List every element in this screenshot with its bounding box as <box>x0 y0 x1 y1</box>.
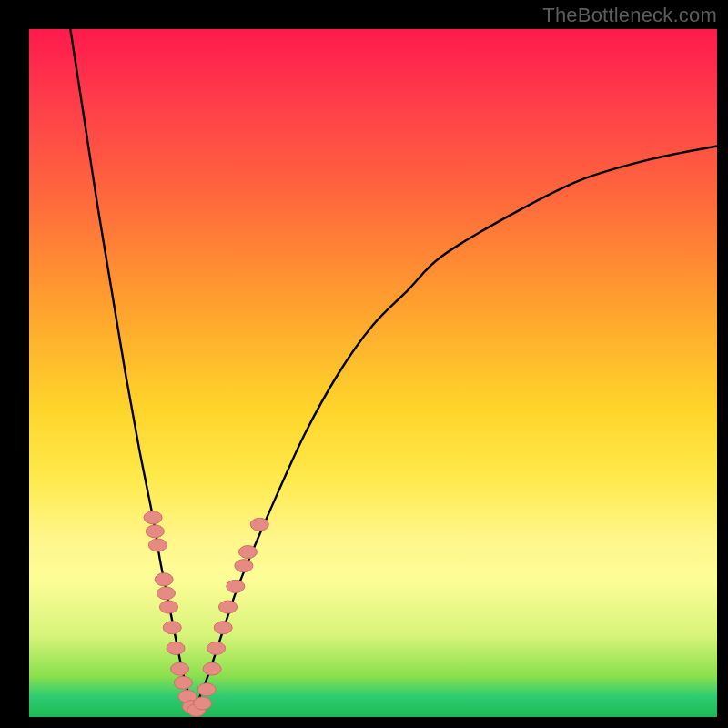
data-marker <box>203 662 221 675</box>
chart-svg <box>29 29 717 717</box>
data-marker <box>207 642 226 654</box>
data-marker <box>250 518 268 531</box>
data-marker <box>174 676 192 689</box>
data-marker <box>194 697 212 710</box>
data-marker <box>163 622 181 634</box>
data-marker <box>167 642 185 654</box>
data-marker <box>159 601 177 613</box>
data-marker <box>157 587 175 600</box>
markers-group <box>144 511 268 717</box>
data-marker <box>197 683 216 696</box>
data-marker <box>171 662 189 675</box>
data-marker <box>227 580 245 592</box>
data-marker <box>218 601 237 613</box>
data-marker <box>144 511 162 524</box>
data-marker <box>146 525 164 538</box>
watermark-text: TheBottleneck.com <box>542 4 717 27</box>
data-marker <box>214 622 232 634</box>
data-marker <box>238 546 257 559</box>
right-branch-curve <box>194 147 717 711</box>
data-marker <box>148 539 167 551</box>
data-marker <box>235 560 253 572</box>
chart-frame: TheBottleneck.com <box>0 0 728 728</box>
plot-area <box>29 29 717 717</box>
data-marker <box>155 573 173 586</box>
